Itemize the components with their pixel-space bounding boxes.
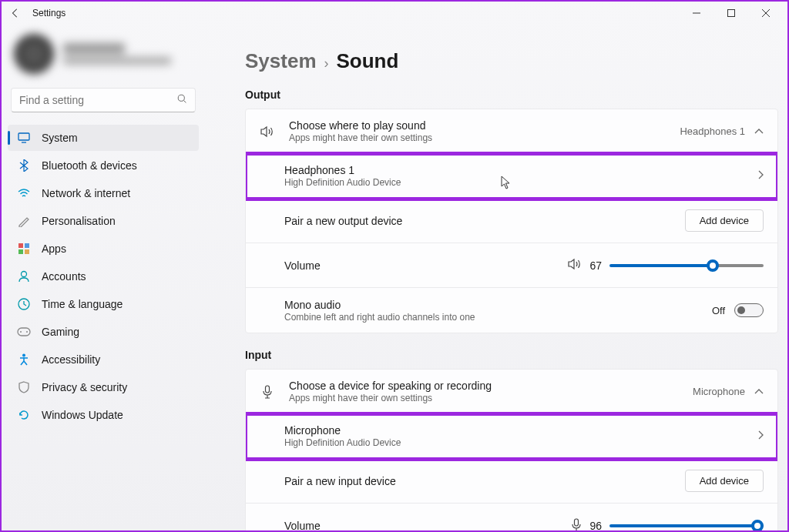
- sidebar-item-bluetooth[interactable]: Bluetooth & devices: [8, 152, 199, 179]
- window-title: Settings: [32, 8, 65, 18]
- svg-rect-9: [25, 243, 29, 248]
- output-device-value: Headphones 1: [680, 125, 745, 137]
- svg-line-5: [184, 101, 186, 103]
- svg-rect-14: [18, 328, 30, 336]
- chevron-up-icon: [754, 125, 764, 137]
- system-icon: [17, 131, 31, 145]
- output-volume-row: Volume 67: [246, 243, 777, 288]
- section-output: Output: [245, 89, 778, 101]
- svg-point-4: [178, 95, 184, 101]
- svg-rect-11: [25, 249, 29, 254]
- svg-rect-18: [266, 386, 270, 393]
- output-choose-row[interactable]: Choose where to play soundApps might hav…: [246, 109, 777, 154]
- row-title: Microphone: [284, 424, 757, 437]
- row-subtitle: Combine left and right audio channels in…: [284, 312, 712, 323]
- add-input-device-button[interactable]: Add device: [685, 470, 764, 492]
- sidebar-item-label: Apps: [42, 243, 66, 255]
- svg-rect-1: [727, 10, 734, 17]
- input-choose-row[interactable]: Choose a device for speaking or recordin…: [246, 370, 777, 414]
- row-title: Volume: [284, 259, 568, 272]
- back-button[interactable]: [9, 7, 22, 19]
- svg-point-17: [22, 354, 25, 357]
- avatar: [14, 34, 54, 74]
- add-output-device-button[interactable]: Add device: [685, 209, 764, 232]
- chevron-right-icon: [757, 170, 764, 182]
- sidebar-item-label: Bluetooth & devices: [42, 159, 137, 172]
- svg-rect-10: [18, 249, 23, 254]
- svg-rect-8: [18, 243, 23, 248]
- output-volume-slider[interactable]: [609, 264, 764, 267]
- svg-rect-6: [18, 133, 29, 140]
- minimize-button[interactable]: [679, 2, 713, 24]
- bluetooth-icon: [17, 159, 31, 172]
- toggle-state: Off: [712, 305, 725, 316]
- sidebar-item-network[interactable]: Network & internet: [8, 180, 199, 206]
- maximize-button[interactable]: [713, 2, 748, 24]
- row-title: Choose where to play sound: [289, 119, 680, 132]
- update-icon: [17, 408, 31, 422]
- speaker-icon: [260, 125, 275, 138]
- main-content: System › Sound Output Choose where to pl…: [202, 25, 787, 530]
- row-subtitle: Apps might have their own settings: [289, 393, 693, 403]
- sidebar-item-privacy[interactable]: Privacy & security: [8, 374, 199, 400]
- section-input: Input: [245, 349, 778, 361]
- time-icon: [17, 297, 31, 311]
- svg-rect-19: [575, 519, 579, 526]
- microphone-icon[interactable]: [571, 518, 582, 531]
- shield-icon: [17, 380, 31, 394]
- mono-audio-row: Mono audioCombine left and right audio c…: [246, 288, 777, 333]
- sidebar-item-accounts[interactable]: Accounts: [8, 263, 199, 289]
- sidebar-item-gaming[interactable]: Gaming: [8, 319, 199, 345]
- sidebar-item-apps[interactable]: Apps: [8, 236, 199, 262]
- user-profile[interactable]: [8, 31, 199, 88]
- row-subtitle: High Definition Audio Device: [284, 437, 757, 448]
- network-icon: [17, 186, 31, 200]
- personalisation-icon: [17, 214, 31, 228]
- output-volume-value: 67: [589, 259, 602, 272]
- row-title: Headphones 1: [284, 164, 757, 176]
- input-volume-slider[interactable]: [609, 524, 764, 527]
- search-field[interactable]: [19, 94, 177, 106]
- svg-point-15: [20, 331, 22, 333]
- row-title: Volume: [284, 520, 571, 530]
- chevron-up-icon: [754, 386, 764, 397]
- accessibility-icon: [17, 353, 31, 366]
- breadcrumb-parent[interactable]: System: [245, 49, 317, 73]
- sidebar-item-personalisation[interactable]: Personalisation: [8, 208, 199, 234]
- mono-audio-toggle[interactable]: [734, 303, 764, 317]
- sidebar-item-label: System: [42, 132, 78, 144]
- search-icon: [177, 93, 187, 107]
- svg-point-16: [26, 331, 28, 333]
- row-subtitle: Apps might have their own settings: [289, 132, 680, 143]
- sidebar-item-label: Gaming: [42, 326, 79, 338]
- chevron-right-icon: ›: [324, 55, 329, 72]
- breadcrumb-current: Sound: [337, 49, 399, 73]
- sidebar-item-label: Windows Update: [42, 409, 123, 421]
- gaming-icon: [17, 325, 31, 339]
- sidebar-item-label: Accessibility: [42, 353, 100, 366]
- input-volume-value: 96: [589, 520, 602, 530]
- sidebar-item-time[interactable]: Time & language: [8, 291, 199, 317]
- sidebar-item-label: Personalisation: [42, 215, 116, 227]
- chevron-right-icon: [757, 430, 764, 442]
- row-title: Pair a new output device: [284, 215, 685, 227]
- microphone-icon: [260, 385, 275, 399]
- close-button[interactable]: [748, 2, 783, 24]
- input-pair-row: Pair a new input device Add device: [246, 459, 777, 504]
- sidebar-item-system[interactable]: System: [8, 125, 199, 151]
- input-device-row[interactable]: MicrophoneHigh Definition Audio Device: [246, 414, 777, 459]
- search-input[interactable]: [11, 88, 196, 112]
- sidebar-item-accessibility[interactable]: Accessibility: [8, 346, 199, 373]
- output-device-row[interactable]: Headphones 1High Definition Audio Device: [246, 154, 777, 199]
- speaker-icon[interactable]: [568, 258, 582, 273]
- input-volume-row: Volume 96: [246, 504, 777, 530]
- sidebar-item-label: Accounts: [42, 270, 86, 283]
- input-device-value: Microphone: [693, 386, 745, 397]
- row-title: Mono audio: [284, 299, 712, 311]
- titlebar: Settings: [2, 2, 787, 25]
- row-title: Pair a new input device: [284, 475, 685, 487]
- sidebar-item-update[interactable]: Windows Update: [8, 402, 199, 428]
- svg-point-12: [22, 272, 27, 277]
- apps-icon: [17, 242, 31, 256]
- sidebar-item-label: Privacy & security: [42, 381, 127, 393]
